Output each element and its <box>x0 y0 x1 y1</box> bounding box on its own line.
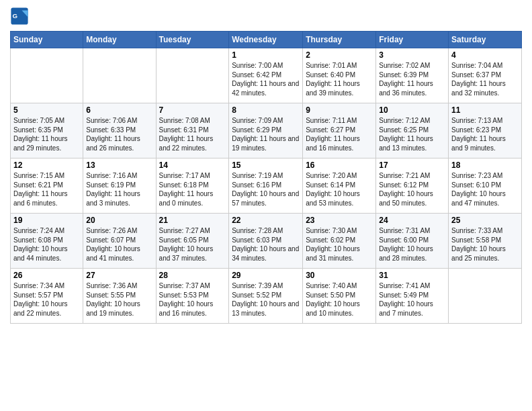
day-info: Sunrise: 7:23 AM Sunset: 6:10 PM Dayligh… <box>451 171 519 208</box>
col-monday: Monday <box>83 32 156 48</box>
day-number: 5 <box>13 105 80 115</box>
day-number: 15 <box>232 161 300 170</box>
day-number: 25 <box>451 216 519 225</box>
day-number: 11 <box>451 105 519 115</box>
table-row: 28Sunrise: 7:37 AM Sunset: 5:53 PM Dayli… <box>156 269 229 324</box>
table-row: 13Sunrise: 7:16 AM Sunset: 6:19 PM Dayli… <box>83 158 156 214</box>
table-row: 20Sunrise: 7:26 AM Sunset: 6:07 PM Dayli… <box>83 214 156 269</box>
col-tuesday: Tuesday <box>156 32 229 48</box>
table-row: 1Sunrise: 7:00 AM Sunset: 6:42 PM Daylig… <box>229 48 303 103</box>
day-info: Sunrise: 7:28 AM Sunset: 6:03 PM Dayligh… <box>232 226 300 263</box>
table-row <box>11 48 83 103</box>
day-info: Sunrise: 7:15 AM Sunset: 6:21 PM Dayligh… <box>13 171 80 208</box>
day-info: Sunrise: 7:19 AM Sunset: 6:16 PM Dayligh… <box>232 171 300 208</box>
table-row: 30Sunrise: 7:40 AM Sunset: 5:50 PM Dayli… <box>303 269 376 324</box>
day-number: 29 <box>232 271 300 280</box>
day-info: Sunrise: 7:21 AM Sunset: 6:12 PM Dayligh… <box>379 171 445 208</box>
day-number: 31 <box>379 271 445 280</box>
day-info: Sunrise: 7:40 AM Sunset: 5:50 PM Dayligh… <box>306 281 373 318</box>
table-row: 27Sunrise: 7:36 AM Sunset: 5:55 PM Dayli… <box>83 269 156 324</box>
table-row: 18Sunrise: 7:23 AM Sunset: 6:10 PM Dayli… <box>449 158 522 214</box>
col-friday: Friday <box>376 32 449 48</box>
table-row: 14Sunrise: 7:17 AM Sunset: 6:18 PM Dayli… <box>156 158 229 214</box>
day-info: Sunrise: 7:00 AM Sunset: 6:42 PM Dayligh… <box>232 61 300 97</box>
table-row: 2Sunrise: 7:01 AM Sunset: 6:40 PM Daylig… <box>303 48 376 103</box>
day-number: 9 <box>306 105 373 115</box>
calendar-week-row: 1Sunrise: 7:00 AM Sunset: 6:42 PM Daylig… <box>11 48 522 103</box>
table-row: 29Sunrise: 7:39 AM Sunset: 5:52 PM Dayli… <box>229 269 303 324</box>
day-info: Sunrise: 7:16 AM Sunset: 6:19 PM Dayligh… <box>86 171 152 208</box>
svg-text:G: G <box>13 12 18 19</box>
day-info: Sunrise: 7:12 AM Sunset: 6:25 PM Dayligh… <box>379 116 445 152</box>
day-number: 30 <box>306 271 373 280</box>
day-number: 1 <box>232 50 300 60</box>
table-row: 16Sunrise: 7:20 AM Sunset: 6:14 PM Dayli… <box>303 158 376 214</box>
table-row: 3Sunrise: 7:02 AM Sunset: 6:39 PM Daylig… <box>376 48 449 103</box>
day-info: Sunrise: 7:20 AM Sunset: 6:14 PM Dayligh… <box>306 171 373 208</box>
day-info: Sunrise: 7:41 AM Sunset: 5:49 PM Dayligh… <box>379 281 445 318</box>
day-number: 24 <box>379 216 445 225</box>
day-info: Sunrise: 7:26 AM Sunset: 6:07 PM Dayligh… <box>86 226 152 263</box>
day-info: Sunrise: 7:31 AM Sunset: 6:00 PM Dayligh… <box>379 226 445 263</box>
table-row: 31Sunrise: 7:41 AM Sunset: 5:49 PM Dayli… <box>376 269 449 324</box>
day-number: 27 <box>86 271 152 280</box>
col-sunday: Sunday <box>11 32 83 48</box>
day-info: Sunrise: 7:09 AM Sunset: 6:29 PM Dayligh… <box>232 116 300 152</box>
logo-icon: G <box>10 7 29 26</box>
col-saturday: Saturday <box>449 32 522 48</box>
table-row: 19Sunrise: 7:24 AM Sunset: 6:08 PM Dayli… <box>11 214 83 269</box>
day-number: 23 <box>306 216 373 225</box>
day-number: 19 <box>13 216 80 225</box>
table-row: 21Sunrise: 7:27 AM Sunset: 6:05 PM Dayli… <box>156 214 229 269</box>
col-thursday: Thursday <box>303 32 376 48</box>
table-row: 17Sunrise: 7:21 AM Sunset: 6:12 PM Dayli… <box>376 158 449 214</box>
day-info: Sunrise: 7:27 AM Sunset: 6:05 PM Dayligh… <box>159 226 226 263</box>
table-row <box>156 48 229 103</box>
table-row: 5Sunrise: 7:05 AM Sunset: 6:35 PM Daylig… <box>11 103 83 158</box>
header: G <box>10 7 522 26</box>
day-number: 6 <box>86 105 152 115</box>
day-number: 13 <box>86 161 152 170</box>
table-row: 7Sunrise: 7:08 AM Sunset: 6:31 PM Daylig… <box>156 103 229 158</box>
day-number: 21 <box>159 216 226 225</box>
day-number: 17 <box>379 161 445 170</box>
page: G Sunday Monday Tuesday Wednesday Thursd… <box>0 0 532 411</box>
day-info: Sunrise: 7:17 AM Sunset: 6:18 PM Dayligh… <box>159 171 226 208</box>
day-number: 2 <box>306 50 373 60</box>
table-row: 12Sunrise: 7:15 AM Sunset: 6:21 PM Dayli… <box>11 158 83 214</box>
day-number: 28 <box>159 271 226 280</box>
table-row <box>449 269 522 324</box>
col-wednesday: Wednesday <box>229 32 303 48</box>
day-number: 3 <box>379 50 445 60</box>
day-number: 20 <box>86 216 152 225</box>
table-row: 4Sunrise: 7:04 AM Sunset: 6:37 PM Daylig… <box>449 48 522 103</box>
table-row: 22Sunrise: 7:28 AM Sunset: 6:03 PM Dayli… <box>229 214 303 269</box>
calendar-header-row: Sunday Monday Tuesday Wednesday Thursday… <box>11 32 522 48</box>
day-number: 8 <box>232 105 300 115</box>
day-number: 7 <box>159 105 226 115</box>
calendar-week-row: 26Sunrise: 7:34 AM Sunset: 5:57 PM Dayli… <box>11 269 522 324</box>
table-row: 23Sunrise: 7:30 AM Sunset: 6:02 PM Dayli… <box>303 214 376 269</box>
day-info: Sunrise: 7:01 AM Sunset: 6:40 PM Dayligh… <box>306 61 373 97</box>
day-info: Sunrise: 7:06 AM Sunset: 6:33 PM Dayligh… <box>86 116 152 152</box>
day-number: 4 <box>451 50 519 60</box>
day-number: 10 <box>379 105 445 115</box>
calendar-week-row: 5Sunrise: 7:05 AM Sunset: 6:35 PM Daylig… <box>11 103 522 158</box>
day-number: 14 <box>159 161 226 170</box>
day-number: 22 <box>232 216 300 225</box>
calendar-week-row: 19Sunrise: 7:24 AM Sunset: 6:08 PM Dayli… <box>11 214 522 269</box>
table-row: 8Sunrise: 7:09 AM Sunset: 6:29 PM Daylig… <box>229 103 303 158</box>
calendar-week-row: 12Sunrise: 7:15 AM Sunset: 6:21 PM Dayli… <box>11 158 522 214</box>
table-row: 15Sunrise: 7:19 AM Sunset: 6:16 PM Dayli… <box>229 158 303 214</box>
day-number: 18 <box>451 161 519 170</box>
calendar-table: Sunday Monday Tuesday Wednesday Thursday… <box>10 31 522 324</box>
table-row: 24Sunrise: 7:31 AM Sunset: 6:00 PM Dayli… <box>376 214 449 269</box>
day-info: Sunrise: 7:24 AM Sunset: 6:08 PM Dayligh… <box>13 226 80 263</box>
day-number: 12 <box>13 161 80 170</box>
day-number: 26 <box>13 271 80 280</box>
table-row: 10Sunrise: 7:12 AM Sunset: 6:25 PM Dayli… <box>376 103 449 158</box>
table-row: 9Sunrise: 7:11 AM Sunset: 6:27 PM Daylig… <box>303 103 376 158</box>
table-row: 6Sunrise: 7:06 AM Sunset: 6:33 PM Daylig… <box>83 103 156 158</box>
logo: G <box>10 7 32 26</box>
table-row <box>83 48 156 103</box>
